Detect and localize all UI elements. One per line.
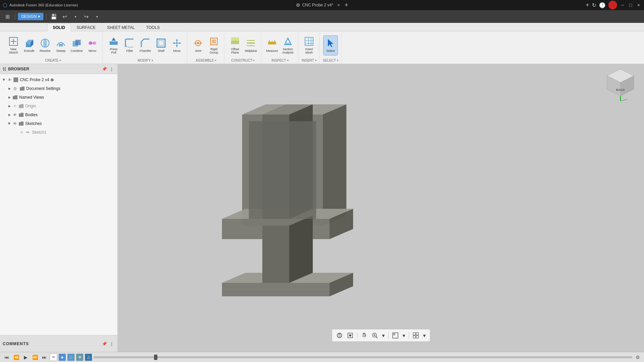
tree-arrow-named-views[interactable]: ▶ — [7, 95, 12, 100]
svg-marker-20 — [176, 39, 178, 41]
timeline-start-btn[interactable]: ⏮ — [3, 353, 11, 361]
root-options-btn[interactable]: ⊕ — [50, 77, 54, 82]
tree-item-origin[interactable]: ▶ 👁 Origin — [0, 102, 117, 110]
pattern-btn[interactable]: Mirror — [85, 35, 100, 56]
display-mode-btn[interactable] — [390, 331, 400, 340]
tab-solid[interactable]: SOLID — [47, 24, 71, 31]
redo-dropdown-btn[interactable]: ▾ — [92, 12, 102, 21]
browser-expand-btn[interactable]: | — [109, 66, 115, 72]
browser-collapse-btn[interactable]: ⟨⟨ — [3, 67, 6, 71]
tree-item-root[interactable]: ▶ 👁 CNC Probe 2 v4 ⊕ — [0, 75, 117, 84]
insert-mesh-btn[interactable]: Insert Mesh — [302, 35, 316, 56]
add-tab-btn[interactable]: + — [345, 2, 348, 9]
tree-item-sketch1[interactable]: ▶ 👁 ✏ Sketch1 — [0, 128, 117, 137]
midplane-btn[interactable]: Midplane — [243, 35, 258, 56]
close-tab-icon[interactable]: × — [337, 2, 340, 8]
modify-group-label[interactable]: MODIFY ▾ — [138, 59, 153, 62]
tree-label-root: CNC Probe 2 v4 — [20, 77, 49, 82]
measure-btn[interactable]: Measure — [265, 35, 279, 56]
tree-item-named-views[interactable]: ▶ Named Views — [0, 93, 117, 102]
chamfer-btn[interactable]: Chamfer — [138, 35, 153, 56]
timeline-body-icon[interactable]: ■ — [59, 354, 66, 361]
svg-rect-75 — [349, 334, 351, 336]
timeline-play-btn[interactable]: ▶ — [22, 353, 30, 361]
tree-eye-sketches[interactable]: 👁 — [12, 121, 17, 126]
timeline-joint-icon[interactable]: ⊕ — [76, 354, 83, 361]
timeline-track[interactable] — [93, 356, 633, 358]
close-button[interactable]: × — [636, 2, 641, 8]
revolve-btn[interactable]: Revolve — [38, 35, 52, 56]
tree-arrow-bodies[interactable]: ▶ — [7, 112, 12, 118]
tab-tools[interactable]: TOOLS — [141, 24, 165, 31]
tree-eye-root[interactable]: 👁 — [7, 77, 12, 83]
pan-home-btn[interactable] — [345, 331, 355, 340]
minimize-button[interactable]: − — [620, 2, 625, 8]
assemble-buttons: Joint Rigid Group — [191, 33, 221, 58]
zoom-btn[interactable] — [370, 331, 379, 340]
timeline-sketch-icon[interactable]: ✏ — [50, 354, 57, 361]
fillet-btn[interactable]: Fillet — [122, 35, 137, 56]
orbit-btn[interactable] — [335, 331, 344, 340]
inspect-group-label[interactable]: INSPECT ▾ — [271, 59, 288, 62]
grid-display-btn[interactable] — [411, 331, 420, 340]
tab-sheet-metal[interactable]: SHEET METAL — [101, 24, 140, 31]
timeline-prev-btn[interactable]: ⏪ — [12, 353, 20, 361]
assemble-group-label[interactable]: ASSEMBLE ▾ — [196, 59, 216, 62]
viewport[interactable]: BACK — [118, 64, 644, 352]
hand-btn[interactable] — [359, 331, 369, 340]
combine-btn[interactable]: Combine — [69, 35, 84, 56]
timeline-playhead[interactable] — [154, 355, 157, 360]
tree-eye-bodies[interactable]: 👁 — [12, 112, 17, 118]
icon-refresh[interactable]: ↻ — [592, 2, 596, 8]
display-dropdown-btn[interactable]: ▾ — [401, 331, 407, 340]
svg-point-7 — [43, 39, 47, 47]
undo-btn[interactable]: ↩ — [60, 12, 69, 21]
tree-item-doc-settings[interactable]: ▶ ⚙ Document Settings — [0, 84, 117, 93]
comments-pin-btn[interactable]: 📌 — [101, 341, 107, 347]
insert-group-label[interactable]: INSERT ▾ — [302, 59, 316, 62]
section-analysis-btn[interactable]: Section Analysis — [280, 35, 295, 56]
timeline-construction-icon[interactable]: △ — [85, 354, 92, 361]
tree-arrow-root[interactable]: ▶ — [1, 77, 7, 83]
design-dropdown-btn[interactable]: DESIGN ▾ — [18, 13, 43, 20]
icon-clock[interactable]: 🕐 — [599, 2, 606, 8]
new-sketch-btn[interactable]: New Sketch — [6, 35, 21, 56]
redo-btn[interactable]: ↪ — [81, 12, 91, 21]
timeline-next-btn[interactable]: ⏩ — [31, 353, 39, 361]
select-btn[interactable]: Select — [323, 35, 338, 56]
undo-dropdown-btn[interactable]: ▾ — [71, 12, 80, 21]
grid-dropdown-btn[interactable]: ▾ — [422, 331, 427, 340]
zoom-dropdown-btn[interactable]: ▾ — [381, 331, 386, 340]
icon-plus[interactable]: + — [585, 2, 589, 9]
sweep-btn[interactable]: Sweep — [53, 35, 68, 56]
timeline-settings-btn[interactable]: ⚙ — [634, 354, 641, 361]
create-group-label[interactable]: CREATE ▾ — [45, 59, 61, 62]
grid-menu-btn[interactable]: ⊞ — [3, 12, 12, 21]
tree-arrow-doc-settings[interactable]: ▶ — [7, 86, 12, 91]
comments-expand-btn[interactable]: | — [109, 341, 115, 347]
tree-arrow-origin[interactable]: ▶ — [7, 103, 12, 109]
select-group-label[interactable]: SELECT ▾ — [323, 59, 338, 62]
profile-avatar[interactable] — [608, 1, 617, 9]
shell-btn[interactable]: Shell — [154, 35, 168, 56]
construct-group-label[interactable]: CONSTRUCT ▾ — [231, 59, 255, 62]
extrude-btn[interactable]: Extrude — [22, 35, 37, 56]
timeline-component-icon[interactable]: □ — [67, 354, 75, 361]
rigid-group-btn[interactable]: Rigid Group — [206, 35, 221, 56]
browser-pin-btn[interactable]: 📌 — [101, 66, 107, 72]
tree-item-bodies[interactable]: ▶ 👁 Bodies — [0, 110, 117, 119]
tree-eye-sketch1[interactable]: 👁 — [19, 130, 24, 135]
offset-plane-btn[interactable]: Offset Plane — [228, 35, 242, 56]
nav-cube[interactable]: BACK — [604, 67, 637, 101]
joint-btn[interactable]: Joint — [191, 35, 205, 56]
move-btn[interactable]: Move — [169, 35, 184, 56]
save-btn[interactable]: 💾 — [49, 12, 59, 21]
tab-surface[interactable]: SURFACE — [71, 24, 102, 31]
press-pull-btn[interactable]: Press Pull — [106, 35, 121, 56]
construct-buttons: Offset Plane Midplane — [228, 33, 258, 58]
tree-item-sketches[interactable]: ▶ 👁 Sketches — [0, 119, 117, 128]
timeline-end-btn[interactable]: ⏭ — [40, 353, 48, 361]
tree-arrow-sketches[interactable]: ▶ — [7, 121, 12, 126]
tree-eye-origin[interactable]: 👁 — [12, 103, 17, 109]
maximize-button[interactable]: □ — [628, 2, 633, 8]
